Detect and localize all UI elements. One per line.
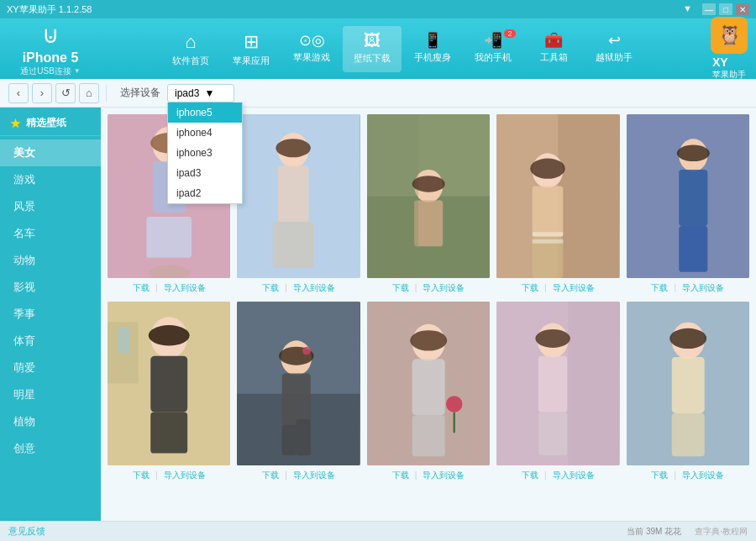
svg-rect-53 (453, 412, 454, 433)
nav-label-myphone: 我的手机 (475, 51, 512, 64)
sidebar-item-jijie[interactable]: 季事 (0, 301, 101, 328)
nav-item-games[interactable]: ⊙◎ 苹果游戏 (282, 26, 341, 72)
gallery-thumb-5 (627, 114, 749, 278)
sidebar-item-youxi[interactable]: 游戏 (0, 166, 101, 193)
import-btn-8[interactable]: 导入到设备 (420, 469, 467, 482)
import-btn-5[interactable]: 导入到设备 (680, 281, 727, 295)
svg-rect-51 (412, 416, 444, 457)
window-controls: ▼ — □ ✕ (683, 3, 749, 15)
xy-helper[interactable]: 🦉 XY 苹果助手 (711, 17, 748, 81)
download-btn-3[interactable]: 下载 (390, 281, 412, 295)
import-btn-10[interactable]: 导入到设备 (680, 469, 727, 482)
import-btn-9[interactable]: 导入到设备 (550, 469, 597, 482)
dropdown-item-iphone3[interactable]: iphone3 (168, 143, 242, 163)
gallery-actions-1: 下载 | 导入到设备 (130, 281, 208, 295)
dropdown-item-iphone4[interactable]: iphone4 (168, 123, 242, 143)
nav-items: ⌂ 软件首页 ⊞ 苹果应用 ⊙◎ 苹果游戏 🖼 壁纸下载 📱 手机瘦身 2 📲 … (104, 26, 701, 72)
download-btn-7[interactable]: 下载 (260, 469, 281, 482)
dropdown-item-ipad3[interactable]: ipad3 (168, 163, 242, 183)
gallery-item-9: 下载 | 导入到设备 (496, 302, 619, 482)
home-nav-icon: ⌂ (185, 31, 196, 53)
device-info: ⊍ iPhone 5 通过USB连接 ▼ (8, 21, 92, 77)
import-btn-1[interactable]: 导入到设备 (161, 281, 208, 295)
nav-item-shaping[interactable]: 📱 手机瘦身 (403, 26, 462, 72)
feedback-link[interactable]: 意见反馈 (8, 525, 45, 538)
svg-rect-64 (671, 413, 704, 456)
nav-item-myphone[interactable]: 2 📲 我的手机 (464, 26, 522, 72)
import-btn-7[interactable]: 导入到设备 (291, 469, 338, 482)
wifi-icon: ▼ (683, 3, 692, 15)
svg-rect-24 (533, 232, 564, 236)
nav-label-jailbreak: 越狱助手 (596, 51, 633, 64)
apps-nav-icon: ⊞ (244, 31, 259, 53)
download-btn-2[interactable]: 下载 (260, 281, 281, 295)
back-button[interactable]: ‹ (8, 83, 29, 103)
wallpaper-nav-icon: 🖼 (364, 31, 381, 50)
gallery-thumb-10 (627, 302, 749, 465)
sidebar-item-dongwu[interactable]: 动物 (0, 247, 101, 274)
import-btn-3[interactable]: 导入到设备 (420, 281, 467, 295)
header: ⊍ iPhone 5 通过USB连接 ▼ ⌂ 软件首页 ⊞ 苹果应用 ⊙◎ 苹果… (0, 18, 756, 79)
svg-rect-11 (273, 222, 314, 268)
sidebar-item-fengjing[interactable]: 风景 (0, 193, 101, 220)
download-btn-5[interactable]: 下载 (648, 281, 670, 295)
nav-item-toolbox[interactable]: 🧰 工具箱 (524, 26, 583, 72)
conn-dropdown-arrow[interactable]: ▼ (74, 67, 81, 75)
download-btn-10[interactable]: 下载 (648, 469, 670, 482)
svg-rect-49 (412, 360, 444, 416)
sidebar-item-chuangyi[interactable]: 创意 (0, 435, 101, 462)
star-icon: ★ (10, 117, 21, 130)
device-select-label: 选择设备 (120, 86, 160, 100)
home-button[interactable]: ⌂ (79, 83, 99, 103)
svg-rect-59 (538, 412, 567, 455)
toolbox-nav-icon: 🧰 (544, 31, 563, 50)
toolbar-separator (106, 85, 107, 102)
sidebar-item-keai[interactable]: 萌爱 (0, 355, 101, 381)
gallery-item-10: 下载 | 导入到设备 (627, 302, 749, 482)
svg-point-52 (446, 396, 463, 412)
watermark: 查字典·教程网 (695, 526, 748, 538)
dropdown-item-ipad2[interactable]: ipad2 (168, 183, 242, 203)
download-btn-8[interactable]: 下载 (390, 469, 412, 482)
xy-helper-label: XY 苹果助手 (712, 55, 746, 81)
nav-label-games: 苹果游戏 (293, 51, 330, 64)
svg-rect-25 (533, 239, 564, 244)
download-btn-1[interactable]: 下载 (130, 281, 152, 295)
sidebar-item-meinv[interactable]: 美女 (0, 139, 101, 166)
usb-icon: ⊍ (42, 21, 60, 49)
minimize-button[interactable]: — (702, 3, 716, 15)
sidebar-item-mingche[interactable]: 名车 (0, 220, 101, 247)
sidebar-item-mingxing[interactable]: 明星 (0, 381, 101, 408)
nav-item-jailbreak[interactable]: ↩ 越狱助手 (585, 26, 643, 72)
sidebar-item-zhiwu[interactable]: 植物 (0, 408, 101, 435)
device-select-button[interactable]: ipad3 ▼ (167, 84, 234, 102)
gallery-actions-8: 下载 | 导入到设备 (390, 469, 468, 482)
nav-label-shaping: 手机瘦身 (414, 51, 451, 64)
nav-item-apps[interactable]: ⊞ 苹果应用 (222, 26, 281, 72)
dropdown-item-iphone5[interactable]: iphone5 (168, 102, 242, 123)
gallery-actions-5: 下载 | 导入到设备 (648, 281, 727, 295)
import-btn-2[interactable]: 导入到设备 (291, 281, 338, 295)
nav-item-wallpaper[interactable]: 🖼 壁纸下载 (343, 26, 402, 72)
maximize-button[interactable]: □ (719, 3, 732, 15)
forward-button[interactable]: › (32, 83, 52, 103)
svg-point-17 (412, 176, 444, 192)
status-bar: 意见反馈 当前 39M 花花 查字典·教程网 (0, 521, 756, 541)
sidebar-item-yingshi[interactable]: 影视 (0, 274, 101, 301)
download-btn-9[interactable]: 下载 (519, 469, 541, 482)
import-btn-4[interactable]: 导入到设备 (550, 281, 597, 295)
import-btn-6[interactable]: 导入到设备 (161, 469, 208, 482)
sidebar-item-tiyu[interactable]: 体育 (0, 328, 101, 355)
nav-item-home[interactable]: ⌂ 软件首页 (161, 26, 220, 72)
gallery-item-3: 下载 | 导入到设备 (367, 114, 490, 295)
download-btn-4[interactable]: 下载 (519, 281, 541, 295)
svg-point-50 (410, 330, 447, 350)
gallery-thumb-2 (237, 114, 360, 278)
download-btn-6[interactable]: 下载 (130, 469, 152, 482)
gallery-actions-4: 下载 | 导入到设备 (519, 281, 597, 295)
svg-rect-43 (282, 425, 297, 456)
refresh-button[interactable]: ↺ (55, 83, 76, 103)
toolbar: ‹ › ↺ ⌂ 选择设备 ipad3 ▼ iphone5 iphone4 iph… (0, 79, 756, 108)
close-button[interactable]: ✕ (736, 3, 749, 15)
svg-rect-62 (671, 357, 704, 413)
